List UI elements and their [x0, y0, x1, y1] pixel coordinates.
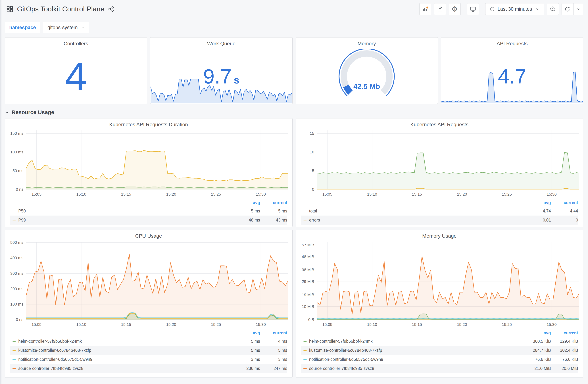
zoom-out-button[interactable]: [547, 3, 559, 15]
series-color-dash: [13, 350, 16, 351]
clock-icon: [489, 6, 495, 12]
x-tick-label: 15:10: [76, 192, 86, 197]
series-current-value: 5 ms: [260, 209, 287, 213]
panel-cpu-usage: CPU Usage 0 ns100 ms200 ms300 ms400 ms50…: [5, 230, 293, 378]
series-avg-value: 360.5 KiB: [524, 339, 551, 344]
legend-sort-current[interactable]: current: [260, 200, 287, 205]
legend-sort-current[interactable]: current: [551, 331, 578, 336]
series-name[interactable]: total: [309, 209, 524, 213]
chart-plot[interactable]: 15:0515:1015:1515:2015:2515:30: [26, 130, 288, 198]
series-avg-value: 0.01: [524, 218, 551, 223]
series-current-value: 302.4 KiB: [551, 348, 578, 353]
x-axis: 15:0515:1015:1515:2015:2515:30: [26, 320, 288, 328]
legend-sort-current[interactable]: current: [551, 200, 578, 205]
legend-row[interactable]: source-controller-7fb84fc985-zvsz821.0 M…: [301, 364, 578, 373]
refresh-interval-dropdown[interactable]: [573, 3, 583, 15]
x-tick-label: 15:05: [322, 192, 332, 197]
x-tick-label: 15:15: [121, 192, 131, 197]
legend-row[interactable]: helm-controller-57f9b56bbf-k24mk5 ms4 ms: [10, 337, 287, 346]
series-name[interactable]: kustomize-controller-6c6784b468-7kzfp: [309, 348, 524, 353]
y-tick-label: 19 MiB: [302, 293, 314, 297]
series-name[interactable]: source-controller-7fb84fc985-zvsz8: [309, 366, 524, 371]
dashboard-settings-button[interactable]: ⚙: [449, 3, 461, 15]
chart-plot[interactable]: 15:0515:1015:1515:2015:2515:30: [26, 242, 288, 328]
legend-row[interactable]: notification-controller-6d56575dc-5w9n93…: [10, 355, 287, 364]
series-name[interactable]: notification-controller-6d56575dc-5w9n9: [18, 357, 233, 362]
x-tick-label: 15:30: [256, 192, 266, 197]
x-tick-label: 15:15: [412, 322, 422, 327]
series-name[interactable]: P99: [18, 218, 233, 223]
legend-row[interactable]: helm-controller-57f9b56bbf-k24mk360.5 Ki…: [301, 337, 578, 346]
panel-memory-gauge: Memory 42.5 Mb: [296, 37, 438, 104]
refresh-button-group: [562, 3, 583, 15]
legend: avgcurrenthelm-controller-57f9b56bbf-k24…: [10, 329, 287, 373]
cycle-view-button[interactable]: [467, 3, 479, 15]
chart-plot[interactable]: 15:0515:1015:1515:2015:2515:30: [317, 242, 579, 328]
dashboard-grid-icon[interactable]: [6, 5, 13, 13]
legend-sort-current[interactable]: current: [260, 331, 287, 336]
section-resource-usage[interactable]: Resource Usage: [0, 104, 588, 115]
series-avg-value: 5 ms: [233, 209, 260, 213]
y-tick-label: 10 MiB: [302, 304, 314, 309]
variable-namespace-label[interactable]: namespace: [5, 22, 41, 33]
series-name[interactable]: source-controller-7fb84fc985-zvsz8: [18, 366, 233, 371]
y-tick-label: 15: [310, 131, 314, 136]
panel-title: Work Queue: [150, 41, 292, 46]
legend-row[interactable]: P505 ms5 ms: [10, 207, 287, 215]
series-name[interactable]: helm-controller-57f9b56bbf-k24mk: [18, 339, 233, 344]
y-tick-label: 57 MiB: [302, 243, 314, 247]
x-tick-label: 15:10: [367, 322, 377, 327]
legend-row[interactable]: kustomize-controller-6c6784b468-7kzfp5 m…: [10, 346, 287, 355]
x-tick-label: 15:20: [457, 322, 467, 327]
time-range-picker[interactable]: Last 30 minutes: [485, 3, 544, 15]
panel-k8s-api-requests-duration: Kubernetes API Requests Duration 0 ns50 …: [5, 118, 293, 227]
x-axis: 15:0515:1015:1515:2015:2515:30: [26, 190, 288, 198]
legend-row[interactable]: total4.744.44: [301, 207, 578, 215]
legend-row[interactable]: P9948 ms43 ms: [10, 215, 287, 225]
series-current-value: 0: [551, 218, 578, 223]
panel-controllers: Controllers 4: [5, 37, 147, 104]
y-tick-label: 150 ms: [10, 131, 23, 136]
x-tick-label: 15:15: [121, 322, 131, 327]
y-tick-label: 200 ms: [10, 287, 23, 291]
legend-sort-avg[interactable]: avg: [524, 331, 551, 336]
share-icon[interactable]: [108, 6, 114, 12]
series-avg-value: 3 ms: [233, 357, 260, 362]
memory-gauge-value: 42.5 Mb: [296, 83, 438, 91]
series-color-dash: [13, 220, 16, 220]
series-name[interactable]: P50: [18, 209, 233, 213]
x-tick-label: 15:05: [322, 322, 332, 327]
y-tick-label: 0 ns: [16, 187, 23, 192]
series-name[interactable]: errors: [309, 218, 524, 223]
refresh-icon: [564, 6, 571, 12]
save-dashboard-button[interactable]: [434, 3, 446, 15]
variable-namespace-value-dropdown[interactable]: gitops-system: [43, 22, 89, 33]
chevron-down-icon: [81, 25, 84, 29]
legend-sort-avg[interactable]: avg: [524, 200, 551, 205]
legend-row[interactable]: kustomize-controller-6c6784b468-7kzfp284…: [301, 346, 578, 355]
panel-title: CPU Usage: [5, 233, 292, 239]
series-color-dash: [303, 211, 307, 211]
series-name[interactable]: helm-controller-57f9b56bbf-k24mk: [309, 339, 524, 344]
legend-sort-avg[interactable]: avg: [233, 200, 260, 205]
y-axis: 051015: [296, 130, 317, 190]
series-current-value: 43 ms: [260, 218, 287, 223]
series-color-dash: [303, 359, 307, 360]
add-panel-button[interactable]: [419, 3, 431, 15]
legend-row[interactable]: errors0.010: [301, 215, 578, 225]
series-current-value: 4.44: [551, 209, 578, 213]
panel-work-queue: Work Queue 9.7s: [150, 37, 293, 104]
series-avg-value: 4.74: [524, 209, 551, 213]
series-name[interactable]: kustomize-controller-6c6784b468-7kzfp: [18, 348, 233, 353]
series-name[interactable]: notification-controller-6d56575dc-5w9n9: [309, 357, 524, 362]
legend-sort-avg[interactable]: avg: [233, 331, 260, 336]
variable-namespace-value: gitops-system: [47, 25, 78, 30]
legend-row[interactable]: source-controller-7fb84fc985-zvsz8236 ms…: [10, 364, 287, 373]
series-color-dash: [13, 211, 16, 211]
refresh-button[interactable]: [562, 3, 573, 15]
legend-row[interactable]: notification-controller-6d56575dc-5w9n97…: [301, 355, 578, 364]
chart-plot[interactable]: 15:0515:1015:1515:2015:2515:30: [317, 130, 579, 198]
series-avg-value: 21.0 MiB: [524, 366, 551, 371]
x-tick-label: 15:25: [211, 322, 221, 327]
variables-row: namespace gitops-system: [0, 18, 588, 33]
